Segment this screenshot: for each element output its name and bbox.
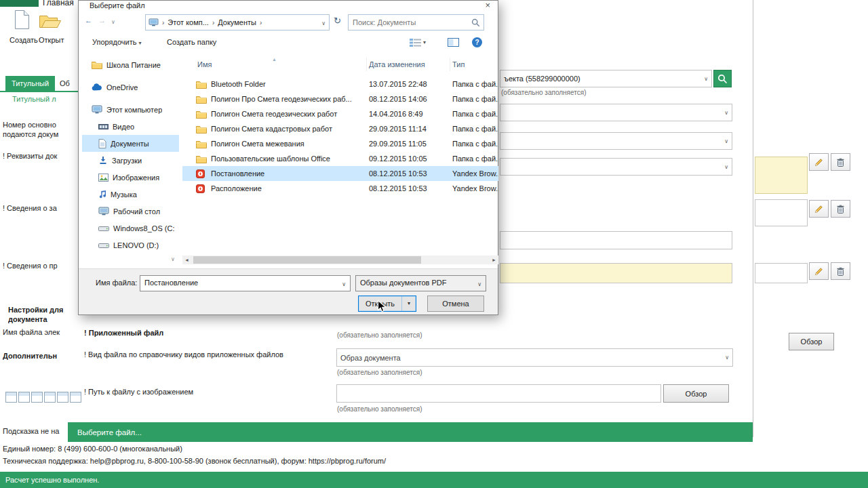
- file-name: Постановление: [207, 169, 367, 178]
- chevron-down-icon[interactable]: ∨: [704, 76, 708, 82]
- ribbon-home-tab[interactable]: Главная: [43, 0, 74, 7]
- scroll-left-icon[interactable]: ◄: [182, 256, 191, 264]
- sidebar-item-label: Музыка: [111, 190, 137, 199]
- browse-button[interactable]: Обзор: [789, 333, 834, 350]
- open-button[interactable]: Открыть ▾: [358, 296, 416, 312]
- scrollbar-thumb[interactable]: [193, 256, 421, 264]
- note-textarea-white[interactable]: [755, 199, 808, 226]
- open-button-label[interactable]: Открыт: [39, 36, 64, 44]
- open-split-arrow-icon[interactable]: ▾: [401, 296, 416, 311]
- horizontal-scrollbar[interactable]: ◄ ►: [182, 256, 498, 264]
- table-tool-icon[interactable]: [5, 392, 17, 403]
- chevron-down-icon[interactable]: ∨: [724, 138, 728, 144]
- file-name: Полигон Про Смета геодезических раб...: [207, 95, 367, 103]
- file-menu-tab[interactable]: [0, 0, 39, 7]
- sidebar-item[interactable]: Школа Питание: [82, 56, 179, 73]
- form-combobox-3[interactable]: ∨: [500, 158, 732, 176]
- sidebar-item-label: Видео: [113, 123, 134, 131]
- delete-button[interactable]: [831, 200, 850, 218]
- table-tool-icon[interactable]: [44, 392, 56, 403]
- chevron-down-icon[interactable]: ∨: [725, 354, 729, 361]
- sidebar-item[interactable]: Windows8_OS (C:: [82, 220, 179, 237]
- chevron-down-icon[interactable]: ∨: [724, 110, 728, 116]
- sidebar-item[interactable]: Загрузки: [82, 152, 179, 169]
- close-icon[interactable]: ×: [485, 0, 490, 10]
- note-textarea-yellow[interactable]: [755, 157, 808, 194]
- preview-pane-button[interactable]: [448, 38, 459, 48]
- file-row[interactable]: Полигон Смета межевания29.09.2015 11:05П…: [182, 136, 498, 151]
- cancel-button-label: Отмена: [442, 300, 469, 308]
- sidebar-item[interactable]: OneDrive: [82, 79, 179, 96]
- delete-button[interactable]: [831, 153, 850, 171]
- sidebar-item[interactable]: Изображения: [82, 169, 179, 186]
- crumb-separator[interactable]: ›: [212, 19, 214, 26]
- sidebar-item[interactable]: Рабочий стол: [82, 203, 179, 220]
- breadcrumb-current[interactable]: Документы: [218, 18, 256, 26]
- table-tool-icon[interactable]: [70, 392, 81, 403]
- address-dropdown-icon[interactable]: ∨: [321, 20, 326, 26]
- note-box[interactable]: [755, 263, 808, 283]
- sidebar-item[interactable]: LENOVO (D:): [82, 237, 179, 253]
- search-input[interactable]: Поиск: Документы: [348, 14, 484, 30]
- crumb-separator[interactable]: ›: [260, 19, 262, 26]
- form-combobox-2[interactable]: ∨: [500, 132, 732, 150]
- file-row[interactable]: Полигон Смета кадастровых работ29.09.201…: [182, 121, 498, 136]
- table-tool-icon[interactable]: [31, 392, 43, 403]
- subtab-titular-sheet[interactable]: Титульный л: [12, 95, 56, 103]
- file-type: Папка с фай...: [450, 95, 498, 103]
- chevron-down-icon[interactable]: ∨: [342, 281, 346, 287]
- file-row[interactable]: Пользовательские шаблоны Office09.12.201…: [182, 151, 498, 166]
- chevron-down-icon[interactable]: ∨: [477, 281, 481, 287]
- refresh-icon[interactable]: ↻: [334, 16, 341, 26]
- filetype-dropdown[interactable]: Образы документов PDF ∨: [355, 275, 486, 291]
- computer-icon: [149, 18, 159, 26]
- views-button[interactable]: [410, 39, 421, 48]
- views-dropdown-icon[interactable]: ▾: [423, 39, 426, 45]
- object-search-button[interactable]: [713, 70, 732, 87]
- sidebar-item[interactable]: Документы: [82, 135, 179, 152]
- column-date[interactable]: Дата изменения: [367, 58, 450, 71]
- edit-button[interactable]: [809, 200, 829, 218]
- sidebar-item[interactable]: Этот компьютер: [82, 101, 179, 118]
- organize-button[interactable]: Упорядочить ▾: [92, 38, 142, 46]
- nav-history-chevron-icon[interactable]: ∨: [111, 19, 115, 25]
- file-row[interactable]: Bluetooth Folder13.07.2015 22:48Папка с …: [182, 77, 498, 92]
- open-button-app[interactable]: [39, 11, 62, 30]
- sidebar-scroll-down-icon[interactable]: ∨: [169, 256, 177, 264]
- edit-button[interactable]: [809, 262, 829, 280]
- browse-button[interactable]: Обзор: [663, 384, 729, 403]
- mouse-cursor: [377, 300, 387, 313]
- back-icon[interactable]: ←: [85, 16, 92, 24]
- filename-combobox[interactable]: Постановление ∨: [140, 275, 351, 291]
- table-tool-icon[interactable]: [18, 392, 30, 403]
- form-combobox-1[interactable]: ∨: [500, 104, 732, 121]
- cancel-button[interactable]: Отмена: [427, 296, 484, 312]
- chevron-down-icon[interactable]: ∨: [724, 164, 728, 170]
- status-hint-bar: Выберите файл...: [68, 422, 753, 442]
- address-bar[interactable]: › Этот комп... › Документы › ∨: [145, 14, 330, 30]
- table-tool-icon[interactable]: [57, 392, 68, 403]
- sidebar-item[interactable]: Музыка: [82, 186, 179, 203]
- new-button-label[interactable]: Создать: [9, 36, 38, 44]
- file-path-input[interactable]: [336, 384, 661, 403]
- form-textfield-wide[interactable]: [500, 231, 732, 249]
- file-row[interactable]: Полигон Смета геодезических работ14.04.2…: [182, 106, 498, 121]
- delete-button[interactable]: [831, 262, 850, 280]
- file-row[interactable]: Полигон Про Смета геодезических раб...08…: [182, 92, 498, 106]
- object-number-field[interactable]: ъекта (558299000000) ∨: [500, 70, 712, 87]
- sidebar-item[interactable]: Видео: [82, 118, 179, 135]
- column-type[interactable]: Тип: [450, 58, 498, 71]
- form-textfield-yellow[interactable]: [500, 263, 732, 283]
- edit-button[interactable]: [809, 153, 829, 171]
- help-button[interactable]: ?: [472, 37, 482, 47]
- tab-titular[interactable]: Титульный: [5, 76, 55, 91]
- scroll-right-icon[interactable]: ►: [490, 256, 498, 264]
- new-folder-button[interactable]: Создать папку: [167, 38, 216, 46]
- new-button[interactable]: [14, 9, 30, 31]
- breadcrumb-root[interactable]: Этот комп...: [167, 18, 209, 26]
- forward-icon[interactable]: →: [98, 16, 106, 24]
- file-row[interactable]: Расположение08.12.2015 10:53Yandex Brow.…: [182, 181, 498, 196]
- file-row[interactable]: Постановление08.12.2015 10:53Yandex Brow…: [182, 166, 498, 181]
- file-kind-dropdown[interactable]: Образ документа ∨: [336, 348, 733, 367]
- tab-next-partial[interactable]: Об: [60, 79, 70, 87]
